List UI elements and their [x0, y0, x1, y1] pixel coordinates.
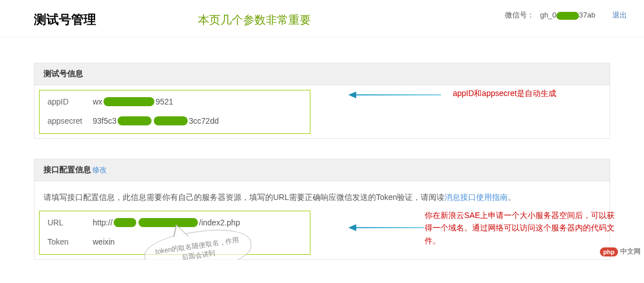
watermark-badge: php [600, 247, 618, 256]
token-value: weixin [93, 237, 115, 246]
redaction-mark [114, 218, 136, 227]
appid-label: appID [47, 97, 93, 106]
guide-link[interactable]: 消息接口使用指南 [444, 193, 508, 202]
redaction-mark [118, 116, 152, 125]
logout-link[interactable]: 退出 [612, 10, 627, 20]
redaction-mark [154, 116, 188, 125]
watermark-text: 中文网 [620, 247, 641, 256]
annotation-arrow-1 [348, 92, 441, 98]
appsecret-value: 93f5c33cc72dd [93, 116, 219, 125]
header-notice: 本页几个参数非常重要 [198, 12, 311, 28]
row-appsecret: appsecret 93f5c33cc72dd [47, 116, 302, 125]
appid-value: wx9521 [93, 97, 173, 106]
section-info-header: 测试号信息 [34, 63, 610, 85]
row-appid: appID wx9521 [47, 97, 302, 106]
token-label: Token [47, 237, 93, 246]
redaction-mark [139, 218, 198, 227]
wechat-id-label: 微信号： [505, 10, 534, 20]
url-value: http:///index2.php [93, 218, 240, 227]
wechat-id-value: gh_037ab [540, 11, 595, 20]
appsecret-label: appsecret [47, 116, 93, 125]
section-api-header: 接口配置信息修改 [34, 159, 610, 181]
watermark: php 中文网 [600, 247, 641, 256]
redaction-mark [103, 97, 154, 106]
page-title: 测试号管理 [34, 11, 96, 28]
url-label: URL [47, 218, 93, 227]
redaction-mark [556, 12, 579, 20]
api-intro-text: 请填写接口配置信息，此信息需要你有自己的服务器资源，填写的URL需要正确响应微信… [34, 181, 610, 208]
info-box-credentials: appID wx9521 appsecret 93f5c33cc72dd [39, 90, 310, 134]
annotation-text-2: 你在新浪云SAE上申请一个大小服务器空间后，可以获得一个域名。通过网络可以访问这… [425, 209, 617, 247]
annotation-arrow-2 [348, 224, 424, 231]
bubble-text: token的取名随便取名，作用后面会讲到 [152, 235, 244, 260]
annotation-text-1: appID和appsecret是自动生成 [453, 87, 556, 99]
modify-link[interactable]: 修改 [92, 166, 107, 174]
